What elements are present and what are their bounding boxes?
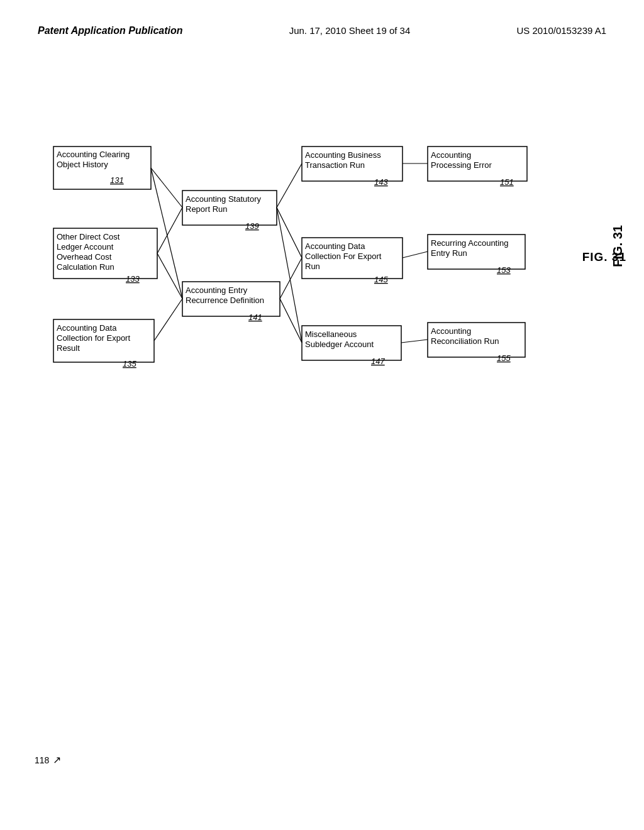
svg-text:Overhead Cost: Overhead Cost [57, 252, 112, 262]
svg-line-60 [401, 340, 428, 343]
svg-text:131: 131 [110, 175, 124, 185]
reference-118: 118 ↗ [35, 754, 61, 766]
svg-text:133: 133 [126, 274, 140, 284]
svg-text:Collection for Export: Collection for Export [57, 333, 130, 343]
svg-line-57 [280, 299, 302, 343]
svg-text:139: 139 [245, 221, 259, 231]
svg-text:151: 151 [500, 177, 514, 187]
svg-text:Entry Run: Entry Run [431, 248, 467, 258]
svg-text:Object History: Object History [57, 160, 108, 169]
svg-text:Accounting: Accounting [431, 150, 471, 160]
svg-text:Accounting Business: Accounting Business [305, 150, 381, 160]
page-header: Patent Application Publication Jun. 17, … [0, 0, 644, 49]
svg-text:Transaction Run: Transaction Run [305, 160, 365, 170]
svg-text:Other Direct Cost: Other Direct Cost [57, 232, 120, 241]
figure-label-text: FIG. 31 [582, 250, 626, 264]
svg-line-53 [277, 163, 302, 208]
svg-text:155: 155 [497, 353, 511, 363]
svg-text:Collection For Export: Collection For Export [305, 252, 382, 261]
diagram-svg: Accounting Clearing Object History 131 O… [0, 49, 644, 804]
svg-text:Ledger Account: Ledger Account [57, 242, 114, 252]
svg-text:135: 135 [123, 359, 136, 368]
svg-text:Accounting Data: Accounting Data [305, 241, 365, 251]
svg-line-54 [277, 208, 302, 258]
svg-text:Recurring Accounting: Recurring Accounting [431, 238, 509, 248]
svg-text:Miscellaneous: Miscellaneous [305, 329, 357, 339]
svg-text:Accounting Data: Accounting Data [57, 323, 117, 333]
svg-text:Run: Run [305, 262, 320, 271]
publication-title: Patent Application Publication [38, 25, 183, 36]
svg-text:Report Run: Report Run [186, 204, 227, 214]
publication-date-sheet: Jun. 17, 2010 Sheet 19 of 34 [289, 25, 411, 36]
svg-text:Reconciliation Run: Reconciliation Run [431, 336, 499, 346]
svg-text:Processing Error: Processing Error [431, 160, 492, 170]
ref-118-arrow: ↗ [53, 755, 61, 765]
svg-text:153: 153 [497, 265, 511, 275]
svg-text:141: 141 [248, 313, 262, 322]
svg-line-56 [280, 258, 302, 299]
svg-text:147: 147 [371, 357, 385, 366]
svg-text:Accounting Entry: Accounting Entry [186, 285, 248, 295]
svg-text:Result: Result [57, 343, 80, 353]
svg-line-55 [277, 208, 302, 343]
svg-text:Accounting: Accounting [431, 326, 471, 336]
svg-text:143: 143 [374, 177, 388, 187]
svg-text:145: 145 [374, 275, 388, 284]
svg-line-51 [157, 253, 182, 299]
svg-text:Accounting Clearing: Accounting Clearing [57, 150, 130, 159]
svg-text:Calculation Run: Calculation Run [57, 262, 114, 272]
svg-text:Subledger Account: Subledger Account [305, 340, 374, 349]
ref-118-number: 118 [35, 755, 49, 765]
svg-text:Accounting Statutory: Accounting Statutory [186, 194, 261, 204]
main-content: Accounting Clearing Object History 131 O… [0, 49, 644, 804]
svg-text:Recurrence Definition: Recurrence Definition [186, 296, 264, 305]
svg-line-52 [154, 299, 182, 341]
svg-line-59 [402, 252, 428, 258]
publication-number: US 2010/0153239 A1 [516, 25, 606, 36]
